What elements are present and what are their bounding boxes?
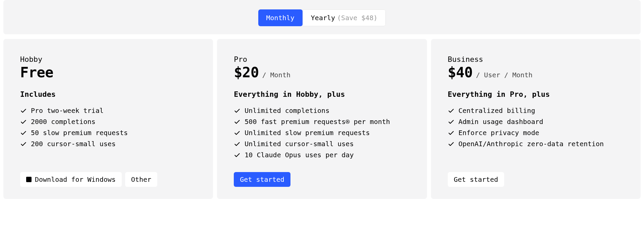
list-item: Pro two-week trial bbox=[20, 106, 196, 116]
feature-list-pro: Unlimited completions 500 fast premium r… bbox=[234, 106, 410, 161]
check-icon bbox=[234, 141, 240, 148]
plan-name-business: Business bbox=[448, 55, 624, 64]
feature-text: 200 cursor-small uses bbox=[31, 139, 116, 149]
list-item: Unlimited completions bbox=[234, 106, 410, 116]
list-item: OpenAI/Anthropic zero-data retention bbox=[448, 139, 624, 149]
get-started-business-button[interactable]: Get started bbox=[448, 172, 504, 187]
check-icon bbox=[20, 130, 27, 136]
plan-per-business: / User / Month bbox=[476, 71, 533, 79]
plan-includes-pro: Everything in Hobby, plus bbox=[234, 90, 410, 98]
get-started-pro-button[interactable]: Get started bbox=[234, 172, 290, 187]
feature-text: Unlimited completions bbox=[245, 106, 329, 116]
toggle-monthly[interactable]: Monthly bbox=[258, 9, 303, 26]
check-icon bbox=[234, 119, 240, 125]
check-icon bbox=[20, 108, 27, 114]
feature-text: Admin usage dashboard bbox=[459, 117, 543, 127]
toggle-yearly-label: Yearly bbox=[311, 14, 335, 22]
list-item: 200 cursor-small uses bbox=[20, 139, 196, 149]
feature-text: 10 Claude Opus uses per day bbox=[245, 150, 354, 160]
list-item: 2000 completions bbox=[20, 117, 196, 127]
download-windows-button[interactable]: Download for Windows bbox=[20, 172, 122, 187]
check-icon bbox=[234, 130, 240, 136]
feature-list-hobby: Pro two-week trial 2000 completions 50 s… bbox=[20, 106, 196, 150]
check-icon bbox=[20, 119, 27, 125]
plan-price-pro: $20 bbox=[234, 64, 259, 81]
list-item: Centralized billing bbox=[448, 106, 624, 116]
check-icon bbox=[448, 130, 454, 136]
toggle-yearly-save: (Save $48) bbox=[337, 14, 377, 22]
plan-per-pro: / Month bbox=[262, 71, 290, 79]
check-icon bbox=[448, 119, 454, 125]
feature-text: 500 fast premium requests® per month bbox=[245, 117, 390, 127]
plan-card-pro: Pro $20 / Month Everything in Hobby, plu… bbox=[217, 39, 427, 199]
plan-price-business: $40 bbox=[448, 64, 473, 81]
billing-toggle-bar: Monthly Yearly (Save $48) bbox=[3, 0, 641, 34]
feature-text: Unlimited cursor-small uses bbox=[245, 139, 354, 149]
list-item: 10 Claude Opus uses per day bbox=[234, 150, 410, 160]
check-icon bbox=[234, 152, 240, 159]
list-item: Admin usage dashboard bbox=[448, 117, 624, 127]
list-item: 500 fast premium requests® per month bbox=[234, 117, 410, 127]
cta-label: Get started bbox=[240, 175, 284, 183]
toggle-monthly-label: Monthly bbox=[266, 14, 294, 22]
feature-text: Unlimited slow premium requests bbox=[245, 128, 370, 138]
feature-text: Pro two-week trial bbox=[31, 106, 104, 116]
plan-card-business: Business $40 / User / Month Everything i… bbox=[431, 39, 641, 199]
feature-text: OpenAI/Anthropic zero-data retention bbox=[459, 139, 604, 149]
check-icon bbox=[20, 141, 27, 148]
list-item: Unlimited slow premium requests bbox=[234, 128, 410, 138]
feature-text: 50 slow premium requests bbox=[31, 128, 128, 138]
billing-segmented-control: Monthly Yearly (Save $48) bbox=[258, 9, 386, 26]
check-icon bbox=[448, 108, 454, 114]
feature-list-business: Centralized billing Admin usage dashboar… bbox=[448, 106, 624, 150]
list-item: Enforce privacy mode bbox=[448, 128, 624, 138]
download-other-button[interactable]: Other bbox=[125, 172, 157, 187]
plan-name-hobby: Hobby bbox=[20, 55, 196, 64]
plan-name-pro: Pro bbox=[234, 55, 410, 64]
feature-text: Centralized billing bbox=[459, 106, 535, 116]
plan-price-hobby: Free bbox=[20, 64, 53, 81]
other-label: Other bbox=[131, 175, 151, 183]
feature-text: Enforce privacy mode bbox=[459, 128, 539, 138]
plans-row: Hobby Free Includes Pro two-week trial 2… bbox=[3, 39, 641, 199]
feature-text: 2000 completions bbox=[31, 117, 96, 127]
download-label: Download for Windows bbox=[35, 175, 116, 183]
check-icon bbox=[448, 141, 454, 148]
list-item: Unlimited cursor-small uses bbox=[234, 139, 410, 149]
windows-icon bbox=[26, 177, 32, 182]
plan-includes-business: Everything in Pro, plus bbox=[448, 90, 624, 98]
plan-includes-hobby: Includes bbox=[20, 90, 196, 98]
plan-card-hobby: Hobby Free Includes Pro two-week trial 2… bbox=[3, 39, 213, 199]
cta-label: Get started bbox=[454, 175, 498, 183]
toggle-yearly[interactable]: Yearly (Save $48) bbox=[303, 9, 386, 26]
list-item: 50 slow premium requests bbox=[20, 128, 196, 138]
check-icon bbox=[234, 108, 240, 114]
